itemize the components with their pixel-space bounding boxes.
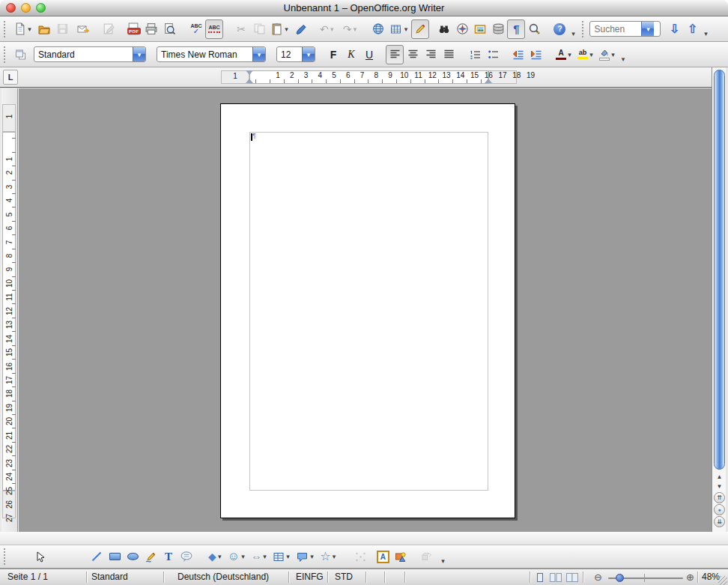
vertical-scrollbar[interactable]: ▲ ▼ ⇈ ● ⇊ [712,67,726,532]
scroll-up-button[interactable]: ▲ [712,472,727,482]
numbered-list-button[interactable] [467,45,485,64]
symbol-shapes-dropdown[interactable]: ▾ [240,554,246,560]
horizontal-ruler[interactable]: 1 12345678910111213141516171819 [19,70,709,84]
find-previous-button[interactable]: ⇧ [683,19,701,39]
status-insert-mode[interactable]: EINFG [296,572,324,582]
font-name-combo[interactable]: Times New Roman ▾ [157,46,266,62]
align-right-button[interactable] [422,45,440,64]
ellipse-button[interactable] [124,547,142,566]
print-button[interactable] [142,19,160,39]
justify-button[interactable] [440,45,458,64]
title-bar[interactable]: Unbenannt 1 – OpenOffice.org Writer [0,0,728,16]
format-paintbrush-button[interactable] [292,19,310,39]
highlighting-button[interactable]: ab ▾ [575,45,597,64]
zoom-percentage[interactable]: 48% [702,572,720,582]
export-pdf-button[interactable]: PDF [124,19,142,39]
help-button[interactable]: ? [550,19,568,39]
rectangle-button[interactable] [106,547,124,566]
close-button[interactable] [6,3,16,13]
background-color-button[interactable]: ▾ [597,45,619,64]
view-book-button[interactable] [565,572,579,583]
basic-shapes-button[interactable]: ◆ ▾ [206,547,225,566]
search-toolbar-grip[interactable] [582,21,585,37]
symbol-shapes-button[interactable]: ☺ ▾ [225,547,249,566]
page-preview-button[interactable] [160,19,178,39]
hyperlink-button[interactable] [369,19,387,39]
font-color-dropdown[interactable]: ▾ [566,51,573,58]
standard-toolbar-options[interactable]: ▾ [568,19,577,39]
font-color-button[interactable]: A ▾ [553,45,575,64]
view-multi-page-button[interactable] [549,572,562,583]
first-line-indent-marker[interactable] [246,70,253,75]
search-input[interactable] [590,24,641,34]
gallery-button[interactable] [471,19,489,39]
new-document-button[interactable]: ▾ [11,19,35,39]
find-next-button[interactable]: ⇩ [665,19,683,39]
formatting-toolbar-options[interactable]: ▾ [619,45,628,64]
paragraph-style-combo[interactable]: Standard ▾ [34,46,146,62]
background-color-dropdown[interactable]: ▾ [610,51,616,58]
status-language[interactable]: Deutsch (Deutschland) [178,572,269,582]
italic-button[interactable]: K [342,45,360,64]
highlighting-dropdown[interactable]: ▾ [588,51,595,58]
data-sources-button[interactable] [489,19,507,39]
view-single-page-button[interactable] [535,572,545,583]
select-button[interactable] [31,547,49,566]
flowchart-dropdown[interactable]: ▾ [285,553,291,560]
zoom-in-button[interactable]: ⊕ [686,572,694,583]
formatting-toolbar-grip[interactable] [4,46,7,63]
callouts-dropdown[interactable]: ▾ [309,553,315,560]
fontwork-gallery-button[interactable]: A [374,547,392,566]
autospellcheck-button[interactable]: ABC [205,19,223,39]
formatting-marks-button[interactable]: ¶ [507,19,525,39]
left-indent-marker[interactable] [246,79,253,83]
text-boundary[interactable]: ¶ [249,132,488,491]
callout-lines-button[interactable] [178,547,195,566]
scroll-down-button[interactable]: ▼ [712,482,727,491]
new-document-dropdown[interactable]: ▾ [26,25,33,33]
toolbar-grip[interactable] [4,21,7,37]
align-center-button[interactable] [404,45,422,64]
insert-picture-button[interactable] [392,547,410,566]
scrollbar-thumb[interactable] [714,70,725,470]
align-left-button[interactable] [386,45,404,64]
stars-dropdown[interactable]: ▾ [330,554,337,560]
basic-shapes-dropdown[interactable]: ▾ [216,554,223,560]
paragraph-style-dropdown[interactable]: ▾ [133,47,145,61]
find-replace-button[interactable] [435,19,453,39]
table-button[interactable]: ▾ [387,19,411,39]
font-name-dropdown[interactable]: ▾ [252,47,265,61]
minimize-button[interactable] [21,3,31,13]
next-page-button[interactable]: ⇊ [714,516,725,527]
search-toolbar-options[interactable]: ▾ [701,19,710,39]
show-draw-functions-button[interactable] [411,19,429,39]
zoom-out-button[interactable]: ⊖ [594,572,602,583]
spellcheck-button[interactable]: ABC ✓ [187,19,205,39]
tab-type-selector[interactable]: L [3,70,18,85]
block-arrows-dropdown[interactable]: ▾ [261,554,268,560]
stars-button[interactable]: ☆ ▾ [318,547,339,566]
navigator-button[interactable] [453,19,471,39]
drawing-toolbar-options[interactable]: ▾ [438,547,447,566]
font-size-combo[interactable]: 12 ▾ [276,46,315,62]
paste-button[interactable]: ▾ [268,19,292,39]
open-button[interactable] [35,19,53,39]
decrease-indent-button[interactable] [509,45,527,64]
vertical-ruler[interactable]: 1 12345678910111213141516171819202122232… [1,88,18,532]
status-page-number[interactable]: Seite 1 / 1 [7,572,48,582]
block-arrows-button[interactable]: ⇔ ▾ [249,547,270,566]
status-selection-mode[interactable]: STD [335,572,353,582]
zoom-button[interactable] [525,19,543,39]
paste-dropdown[interactable]: ▾ [283,25,290,33]
font-size-dropdown[interactable]: ▾ [302,47,315,61]
search-dropdown[interactable]: ▾ [641,22,654,36]
freeform-line-button[interactable] [142,547,160,566]
text-box-button[interactable]: T [160,547,178,566]
bullet-list-button[interactable] [485,45,503,64]
underline-button[interactable]: U [360,45,378,64]
line-button[interactable] [88,547,106,566]
document-page[interactable]: ¶ [220,103,515,518]
flowchart-button[interactable]: ▾ [270,547,294,566]
email-button[interactable] [74,19,93,39]
resize-grip[interactable] [718,576,727,585]
